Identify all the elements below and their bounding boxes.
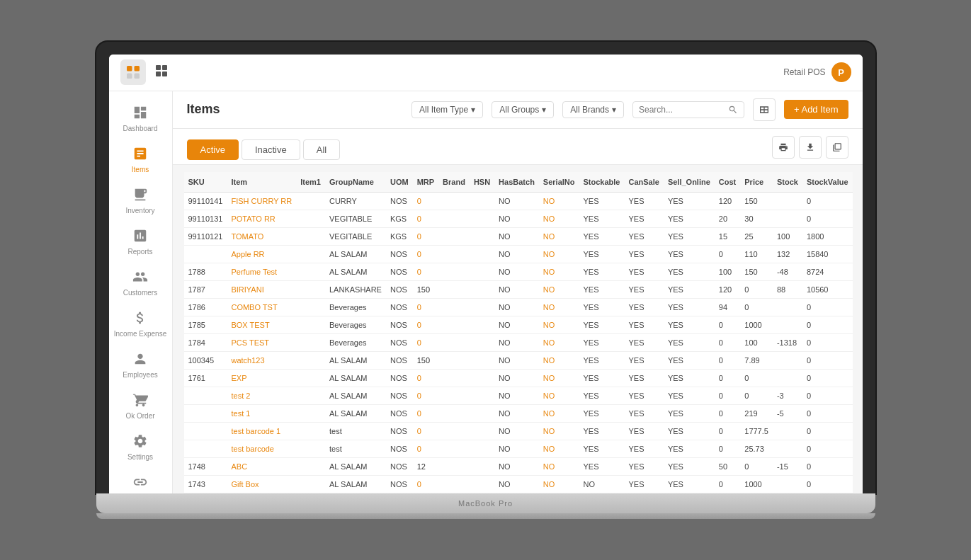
- cell-price: 219: [740, 404, 773, 422]
- cell-hasbatch: NO: [494, 333, 539, 351]
- col-sku: SKU: [184, 172, 227, 193]
- cell-stockable: YES: [579, 263, 625, 280]
- cell-item[interactable]: test 1: [227, 404, 296, 422]
- cell-stock: [773, 316, 802, 333]
- cell-item[interactable]: COMBO TST: [227, 298, 296, 316]
- sidebar-item-income-expense[interactable]: Income Expense: [109, 302, 172, 343]
- sidebar-item-reports[interactable]: Reports: [109, 220, 172, 261]
- sidebar-item-integrations[interactable]: Integrations: [109, 467, 172, 493]
- cell-item[interactable]: BIRIYANI: [227, 280, 296, 298]
- cell-serialno: NO: [539, 351, 579, 369]
- search-box[interactable]: [632, 101, 744, 118]
- sidebar-item-dashboard[interactable]: Dashboard: [109, 97, 172, 138]
- cell-price: 30: [740, 210, 773, 227]
- tab-active[interactable]: Active: [187, 139, 239, 160]
- col-groupname: GroupName: [325, 172, 386, 193]
- cell-item[interactable]: POTATO RR: [227, 210, 296, 227]
- cell-price: 110: [740, 245, 773, 263]
- sidebar-item-settings[interactable]: Settings: [109, 425, 172, 467]
- cell-item[interactable]: BOX TEST: [227, 316, 296, 333]
- cell-brand: [438, 422, 470, 440]
- sidebar-item-inventory[interactable]: Inventory: [109, 179, 172, 220]
- table-row: 1743 Gift Box AL SALAM NOS 0 NO NO NO YE…: [184, 475, 853, 493]
- item-type-filter[interactable]: All Item Type ▾: [411, 101, 483, 118]
- cell-item1: [296, 227, 325, 245]
- cell-price: 25.73: [740, 440, 773, 457]
- cell-cansale: YES: [624, 316, 663, 333]
- user-avatar[interactable]: P: [831, 62, 851, 82]
- cell-price: 1000: [740, 316, 773, 333]
- cell-brand: [438, 227, 470, 245]
- cell-stock: [773, 192, 802, 210]
- cell-cost: 0: [715, 404, 740, 422]
- view-toggle-btn[interactable]: [753, 98, 776, 121]
- cell-uom: NOS: [386, 475, 413, 493]
- cell-mrp: 0: [413, 316, 438, 333]
- cell-item[interactable]: test 2: [227, 387, 296, 404]
- cell-groupname: AL SALAM: [325, 404, 386, 422]
- settings-icon: [130, 431, 150, 451]
- groups-filter[interactable]: All Groups ▾: [492, 101, 554, 118]
- cell-item[interactable]: watch123: [227, 351, 296, 369]
- cell-sellonline: YES: [664, 422, 715, 440]
- cell-item[interactable]: EXP: [227, 369, 296, 387]
- cell-cansale: YES: [624, 227, 663, 245]
- cell-groupname: Beverages: [325, 316, 386, 333]
- cell-item[interactable]: test barcode: [227, 440, 296, 457]
- cell-uom: KGS: [386, 227, 413, 245]
- cell-stockable: YES: [579, 457, 625, 475]
- print-btn[interactable]: [772, 136, 795, 159]
- cell-stockable: NO: [579, 475, 625, 493]
- cell-sellonline: YES: [664, 404, 715, 422]
- cell-stock: [773, 351, 802, 369]
- cell-groupname: VEGITABLE: [325, 210, 386, 227]
- tab-inactive[interactable]: Inactive: [242, 139, 300, 160]
- brands-filter[interactable]: All Brands ▾: [562, 101, 624, 118]
- table-row: 99110141 FISH CURRY RR CURRY NOS 0 NO NO…: [184, 192, 853, 210]
- cell-groupname: AL SALAM: [325, 351, 386, 369]
- column-toggle-btn[interactable]: [826, 136, 848, 159]
- sidebar-item-ok-order[interactable]: Ok Order: [109, 384, 172, 425]
- cell-brand: [438, 316, 470, 333]
- download-btn[interactable]: [799, 136, 822, 159]
- cell-brand: [438, 263, 470, 280]
- cell-item[interactable]: PCS TEST: [227, 333, 296, 351]
- cell-stockable: YES: [579, 351, 625, 369]
- cell-stock: -15: [773, 457, 802, 475]
- cell-item[interactable]: Apple RR: [227, 245, 296, 263]
- cell-groupname: AL SALAM: [325, 263, 386, 280]
- cell-item1: [296, 192, 325, 210]
- cell-item[interactable]: Gift Box: [227, 475, 296, 493]
- add-item-button[interactable]: + Add Item: [784, 100, 848, 119]
- cell-item[interactable]: KiWi BATCh Item: [227, 493, 296, 493]
- cell-hsn: [470, 493, 494, 493]
- svg-rect-7: [162, 72, 167, 76]
- cell-item[interactable]: TOMATO: [227, 227, 296, 245]
- cell-item[interactable]: FISH CURRY RR: [227, 192, 296, 210]
- grid-icon[interactable]: [154, 64, 169, 81]
- search-input[interactable]: [639, 105, 724, 115]
- cell-item[interactable]: ABC: [227, 457, 296, 475]
- cell-price: 0: [740, 298, 773, 316]
- tabs-left: Active Inactive All: [187, 139, 341, 160]
- cell-uom: NOS: [386, 457, 413, 475]
- tab-all[interactable]: All: [303, 139, 340, 160]
- cell-item[interactable]: Perfume Test: [227, 263, 296, 280]
- sidebar-item-employees[interactable]: Employees: [109, 343, 172, 384]
- sidebar-item-customers[interactable]: Customers: [109, 261, 172, 302]
- cell-stock: -48: [773, 263, 802, 280]
- cell-sellonline: YES: [664, 263, 715, 280]
- table-row: 1787 BIRIYANI LANKASHARE NOS 150 NO NO Y…: [184, 280, 853, 298]
- cell-cost: 0: [715, 475, 740, 493]
- customers-icon: [130, 267, 150, 287]
- cell-serialno: NO: [539, 210, 579, 227]
- cell-cost: 0: [715, 422, 740, 440]
- app-logo[interactable]: [120, 59, 146, 85]
- cell-item[interactable]: test barcode 1: [227, 422, 296, 440]
- page-title: Items: [187, 102, 220, 117]
- cell-stock: 100: [773, 227, 802, 245]
- col-stockable: Stockable: [579, 172, 625, 193]
- sidebar-item-items[interactable]: Items: [109, 138, 172, 179]
- svg-rect-0: [127, 66, 132, 72]
- cell-hsn: [470, 422, 494, 440]
